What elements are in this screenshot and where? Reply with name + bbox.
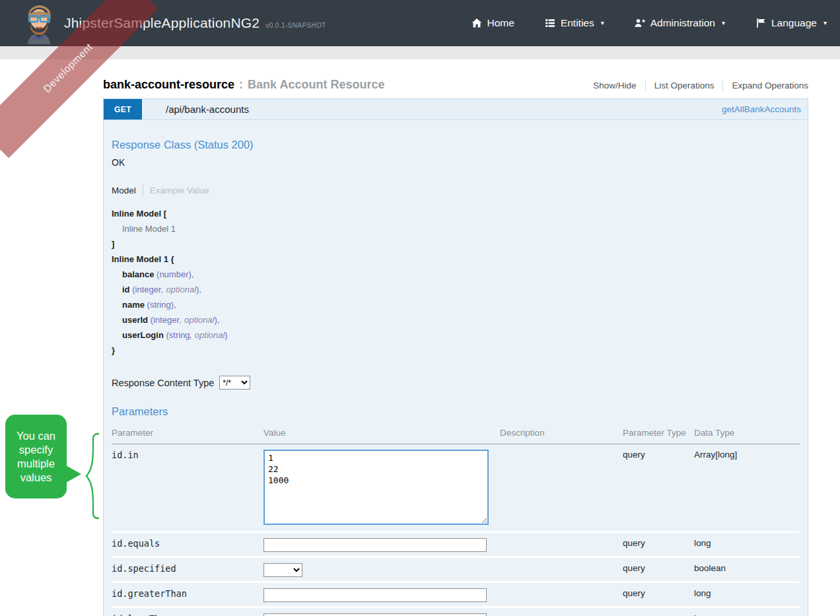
param-value-id.in[interactable] (263, 450, 489, 525)
param-value-cell (263, 444, 500, 532)
nav-item-label: Language (771, 17, 817, 29)
param-data-type: long (694, 607, 800, 616)
resource-link-expand-operations[interactable]: Expand Operations (732, 81, 808, 90)
param-data-type: boolean (694, 557, 800, 582)
param-name: id.lessThan (112, 607, 263, 616)
parameters-table: ParameterValueDescriptionParameter TypeD… (112, 424, 800, 616)
operation-get-bank-accounts: GET /api/bank-accounts getAllBankAccount… (103, 98, 808, 616)
param-row-id.specified: id.specifiedqueryboolean (112, 557, 800, 582)
param-value-cell (263, 607, 500, 616)
param-type: query (623, 557, 694, 582)
param-name: id.equals (112, 532, 263, 557)
top-navbar: JhipsterSampleApplicationNG2 v0.0.1-SNAP… (0, 0, 840, 46)
app-version: v0.0.1-SNAPSHOT (265, 22, 326, 29)
resource-link-show-hide[interactable]: Show/Hide (593, 81, 636, 90)
column-header-description: Description (500, 424, 623, 444)
tab-model[interactable]: Model (112, 186, 136, 195)
response-content-type-select[interactable]: */* (219, 376, 250, 390)
response-status-text: OK (112, 157, 800, 168)
param-type: query (623, 532, 694, 557)
resource-description: Bank Account Resource (248, 78, 384, 91)
nav-item-label: Home (487, 17, 514, 29)
param-description (500, 607, 623, 616)
model-property-balance: balance (number), (112, 267, 800, 282)
param-value-id.lessThan[interactable] (263, 613, 487, 616)
brand-link[interactable]: JhipsterSampleApplicationNG2 v0.0.1-SNAP… (64, 15, 326, 31)
model-tabs: ModelExample Value (112, 184, 800, 196)
param-value-cell (263, 557, 500, 582)
parameters-heading: Parameters (112, 405, 800, 418)
response-class-heading: Response Class (Status 200) (112, 120, 800, 151)
chevron-down-icon: ▾ (601, 19, 604, 26)
operation-content: Response Class (Status 200) OK ModelExam… (103, 120, 808, 616)
model-line: ] (112, 236, 800, 252)
model-property-userId: userId (integer, optional), (112, 312, 800, 327)
model-signature: Inline Model [Inline Model 1]Inline Mode… (112, 206, 800, 358)
model-property-name: name (string), (112, 297, 800, 312)
param-name: id.in (112, 444, 263, 532)
navbar-menu: HomeEntities▾Administration▾Language▾ (472, 17, 840, 29)
param-row-id.greaterThan: id.greaterThanquerylong (112, 582, 800, 607)
operation-path[interactable]: /api/bank-accounts (166, 104, 249, 115)
operation-heading: GET /api/bank-accounts getAllBankAccount… (103, 98, 808, 120)
chevron-down-icon: ▾ (722, 19, 725, 26)
nav-item-label: Administration (650, 17, 715, 29)
operation-nickname-link[interactable]: getAllBankAccounts (722, 104, 801, 114)
param-description (500, 444, 623, 532)
param-description (500, 532, 623, 557)
response-content-type-label: Response Content Type (112, 378, 214, 388)
parameters-table-header: ParameterValueDescriptionParameter TypeD… (112, 424, 800, 444)
link-separator (722, 81, 723, 90)
home-icon (472, 18, 482, 28)
param-value-id.specified[interactable] (263, 563, 302, 577)
column-header-data-type: Data Type (694, 424, 800, 444)
resource-separator: : (239, 78, 243, 91)
model-property-id: id (integer, optional), (112, 282, 800, 297)
param-row-id.equals: id.equalsquerylong (112, 532, 800, 557)
flag-icon (755, 18, 766, 28)
link-separator (645, 81, 646, 90)
param-value-id.greaterThan[interactable] (263, 588, 487, 602)
model-ref-link: Inline Model 1 (112, 221, 800, 236)
param-value-cell (263, 582, 500, 607)
model-property-userLogin: userLogin (string, optional) (112, 327, 800, 343)
nav-item-entities[interactable]: Entities▾ (545, 17, 604, 29)
app-title: JhipsterSampleApplicationNG2 (64, 15, 260, 31)
nav-item-administration[interactable]: Administration▾ (635, 17, 725, 29)
param-row-id.lessThan: id.lessThanquerylong (112, 607, 800, 616)
column-header-parameter-type: Parameter Type (623, 424, 694, 444)
param-row-id.in: id.inqueryArray[long] (112, 444, 800, 532)
annotation-text: You can specify multiple values (9, 429, 63, 485)
param-data-type: long (694, 582, 800, 607)
nav-item-home[interactable]: Home (472, 17, 514, 29)
http-method-badge[interactable]: GET (104, 99, 142, 120)
param-value-id.equals[interactable] (263, 538, 487, 552)
param-description (500, 557, 623, 582)
response-content-type-row: Response Content Type */* (112, 376, 800, 390)
tab-example-value[interactable]: Example Value (150, 186, 209, 195)
model-line: } (112, 343, 800, 358)
nav-item-language[interactable]: Language▾ (755, 17, 827, 29)
chevron-down-icon: ▾ (823, 19, 827, 26)
resource-title-group: bank-account-resource:Bank Account Resou… (103, 78, 384, 92)
jhipster-avatar-logo (20, 3, 58, 44)
swagger-main: bank-account-resource:Bank Account Resou… (103, 78, 808, 616)
model-line: Inline Model 1 { (112, 252, 800, 267)
param-type: query (623, 582, 694, 607)
param-type: query (623, 607, 694, 616)
nav-item-label: Entities (561, 17, 594, 29)
param-value-cell (263, 532, 500, 557)
param-name: id.greaterThan (112, 582, 263, 607)
param-name: id.specified (112, 557, 263, 582)
list-icon (545, 18, 555, 28)
tab-divider (143, 184, 143, 196)
param-description (500, 582, 623, 607)
resource-link-list-operations[interactable]: List Operations (654, 81, 715, 90)
param-type: query (623, 444, 694, 532)
resource-header: bank-account-resource:Bank Account Resou… (103, 78, 808, 92)
subheader-strip (0, 46, 840, 59)
annotation-bubble: You can specify multiple values (5, 415, 67, 498)
resource-links: Show/HideList OperationsExpand Operation… (593, 81, 808, 90)
model-line: Inline Model [ (112, 206, 800, 221)
resource-name[interactable]: bank-account-resource (103, 78, 234, 91)
